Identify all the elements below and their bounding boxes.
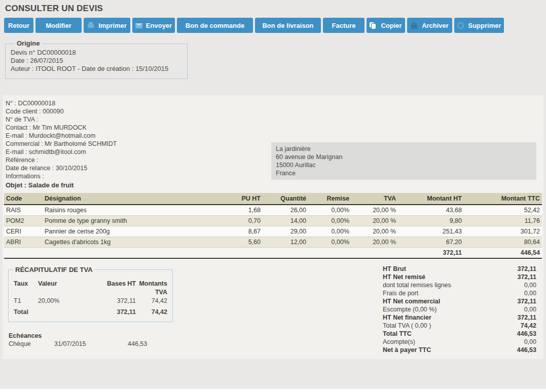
modifier-button[interactable]: Modifier [35,18,82,33]
printer-icon [87,22,95,29]
totals-value: 372,11 [517,297,536,305]
totals-value: 372,11 [517,313,536,322]
totals-value: 0,00 [524,338,536,346]
totals-label: Net à payer TTC [383,346,517,354]
totals-value: 0,00 [524,281,536,289]
origin-line: Date : 26/07/2015 [11,57,182,65]
vat-cell: 74,42 [136,297,167,305]
detail-line: Contact : Mr Tim MURDOCK [6,124,543,132]
vat-summary-table: TauxValeurBases HTMontants TVAT120,00%37… [14,280,167,317]
totals-value: 446,53 [517,330,536,338]
button-label: Imprimer [98,22,127,29]
totals-label: Escompte (0,00 %) [383,305,524,313]
table-cell [217,248,263,259]
totals-label: Frais de port [383,289,524,297]
retour-button[interactable]: Retour [4,18,33,33]
page-title: CONSULTER UN DEVIS [5,4,546,14]
totals-row: dont total remises lignes0,00 [383,281,536,289]
table-cell [4,248,43,259]
envoyer-button[interactable]: Envoyer [132,18,175,33]
due-date-row: Chèque31/07/2015446,53 [9,340,274,348]
table-cell [308,248,351,259]
totals-panel: HT Brut372,11HT Net remisé372,11dont tot… [383,265,536,354]
bon-de-livraison-button[interactable]: Bon de livraison [255,18,321,33]
column-header: TVA [351,193,398,205]
detail-line: N° : DC00000018 [6,99,543,107]
table-cell [263,248,308,259]
table-cell: 5,60 [217,237,263,248]
lock-icon [411,22,418,29]
table-cell: Pomme de type granny smith [43,216,217,226]
table-cell: 80,64 [464,237,542,248]
column-header: Désignation [43,193,217,205]
address-line: France [276,169,532,177]
detail-line: E-mail : Murdockt@hotmail.com [6,132,543,140]
vat-total-cell: 74,42 [136,308,167,317]
detail-line: Code client : 000090 [6,107,543,115]
table-cell [43,248,217,259]
table-cell: 20,00 % [351,226,398,237]
table-cell: 1,68 [217,205,263,216]
facture-button[interactable]: Facture [323,18,365,33]
table-row: ABRICagettes d'abricots 1kg5,6012,000,00… [4,237,542,248]
totals-row: Total TTC446,53 [383,330,536,338]
table-cell: 14,00 [263,216,308,226]
vat-summary-legend: RÉCAPITULATIF DE TVA [14,266,94,273]
totals-row: Frais de port0,00 [383,289,536,297]
table-cell: 20,00 % [351,216,398,226]
vat-column-header: Valeur [38,280,91,297]
column-header: PU HT [217,193,263,205]
address-line: 15000 Aurillac [276,161,532,169]
table-cell: 8,67 [217,226,263,237]
quote-details-section: N° : DC00000018Code client : 000090N° de… [3,99,543,180]
table-cell: 9,80 [398,216,464,226]
page-header: CONSULTER UN DEVIS [0,0,546,15]
bottom-strip [0,389,546,392]
button-label: Retour [8,22,29,29]
button-label: Copier [381,22,402,29]
due-date-cell: 446,53 [128,340,274,348]
table-cell: RAIS [4,205,43,216]
column-header: Montant TTC [464,193,542,205]
totals-label: HT Net financier [383,313,517,322]
table-cell: 52,42 [464,205,542,216]
bon-de-commande-button[interactable]: Bon de commande [177,18,253,33]
copy-icon [370,22,377,29]
due-dates-section: Echéances Chèque31/07/2015446,53 [9,332,274,348]
totals-value: 372,11 [517,265,536,273]
totals-row: Net à payer TTC446,53 [383,346,536,354]
totals-row: HT Net commercial372,11 [383,297,536,305]
totals-row: HT Net remisé372,11 [383,273,536,281]
column-header: Code [4,193,43,205]
archiver-button[interactable]: Archiver [407,18,452,33]
vat-cell: T1 [14,297,38,305]
totals-label: Total TTC [383,330,517,338]
imprimer-button[interactable]: Imprimer [84,18,130,33]
due-dates-rows: Chèque31/07/2015446,53 [9,340,274,348]
table-cell: 0,00% [308,216,351,226]
copier-button[interactable]: Copier [367,18,405,33]
total-cell: 446,54 [464,248,542,259]
vat-cell: 372,11 [91,297,136,305]
summary-section: RÉCAPITULATIF DE TVA TauxValeurBases HTM… [3,265,543,354]
column-header: Montant HT [398,193,464,205]
recipient-address-box: La jardinière60 avenue de Marignan15000 … [271,142,536,180]
origin-line: Devis n° DC00000018 [11,49,182,57]
origin-line: Auteur : ITOOL ROOT - Date de création :… [11,65,182,73]
totals-label: Acompte(s) [383,338,524,346]
totals-label: HT Net commercial [383,297,517,305]
table-cell: 0,00% [308,237,351,248]
table-cell: 43,68 [398,205,464,216]
table-cell: Raisins rouges [43,205,217,216]
button-label: Archiver [422,22,449,29]
address-line: 60 avenue de Marignan [276,153,532,161]
vat-column-header: Montants TVA [136,280,167,297]
supprimer-button[interactable]: Supprimer [454,18,504,33]
items-header-row: CodeDésignationPU HTQuantitéRemiseTVAMon… [4,193,542,205]
column-header: Quantité [263,193,308,205]
table-cell [351,248,398,259]
column-header: Remise [308,193,351,205]
totals-value: 0,00 [524,305,536,313]
detail-line: N° de TVA : [6,115,543,124]
button-label: Facture [332,22,356,29]
